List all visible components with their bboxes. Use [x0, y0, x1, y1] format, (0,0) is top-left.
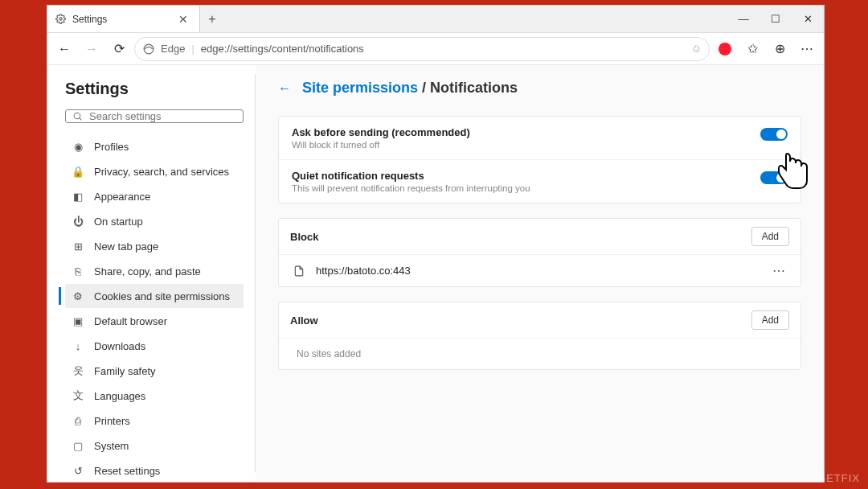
newtab-icon: ⊞ — [72, 240, 84, 253]
block-add-button[interactable]: Add — [751, 227, 789, 246]
maximize-button[interactable]: ☐ — [760, 6, 792, 32]
gear-icon — [55, 14, 66, 24]
printer-icon: ⎙ — [72, 414, 84, 427]
opera-extension-icon[interactable] — [713, 37, 737, 61]
toggle-ask-before-sending[interactable] — [760, 128, 788, 141]
nav-back-button[interactable]: ← — [52, 37, 76, 61]
sidebar-item-cookies[interactable]: ⚙Cookies and site permissions — [65, 284, 244, 308]
setting-desc: Will block if turned off — [292, 140, 760, 150]
appearance-icon: ◧ — [72, 190, 84, 203]
profile-icon: ◉ — [72, 140, 84, 153]
address-url: edge://settings/content/notifications — [201, 43, 364, 55]
sidebar-item-system[interactable]: ▢System — [65, 434, 244, 458]
setting-text: Quiet notification requests This will pr… — [292, 170, 760, 193]
sidebar: Settings ◉Profiles 🔒Privacy, search, and… — [47, 65, 255, 482]
edge-icon — [143, 43, 154, 55]
refresh-button[interactable]: ⟳ — [107, 37, 131, 61]
sidebar-item-family[interactable]: 웃Family safety — [65, 359, 244, 383]
allow-heading: Allow — [290, 314, 318, 327]
sidebar-nav: ◉Profiles 🔒Privacy, search, and services… — [65, 134, 244, 482]
breadcrumb-current: Notifications — [430, 80, 518, 96]
back-arrow-icon[interactable]: ← — [278, 81, 291, 96]
nav-forward-button[interactable]: → — [80, 37, 104, 61]
allow-empty-text: No sites added — [279, 339, 800, 369]
window-controls: — ☐ ✕ — [727, 6, 824, 32]
sidebar-item-newtab[interactable]: ⊞New tab page — [65, 234, 244, 258]
sidebar-item-languages[interactable]: 文Languages — [65, 384, 244, 408]
toggle-quiet-notifications[interactable] — [760, 171, 788, 184]
breadcrumb-link[interactable]: Site permissions — [302, 80, 418, 96]
family-icon: 웃 — [72, 364, 84, 377]
favorite-star-icon[interactable]: ✩ — [692, 43, 701, 55]
sidebar-item-privacy[interactable]: 🔒Privacy, search, and services — [65, 159, 244, 183]
file-icon — [293, 265, 305, 277]
content-area: Settings ◉Profiles 🔒Privacy, search, and… — [47, 65, 824, 482]
toolbar: ← → ⟳ Edge | edge://settings/content/not… — [47, 33, 824, 65]
block-heading: Block — [290, 231, 318, 243]
system-icon: ▢ — [72, 439, 84, 452]
svg-line-3 — [80, 118, 82, 121]
sidebar-item-printers[interactable]: ⎙Printers — [65, 409, 244, 433]
sidebar-item-reset[interactable]: ↺Reset settings — [65, 458, 244, 482]
allow-card: Allow Add No sites added — [278, 302, 801, 370]
lock-icon: 🔒 — [72, 165, 84, 178]
browser-tab[interactable]: Settings ✕ — [47, 6, 200, 32]
search-container[interactable] — [65, 109, 244, 123]
settings-card: Ask before sending (recommended) Will bl… — [278, 116, 801, 203]
block-card: Block Add https://batoto.co:443 ⋯ — [278, 218, 801, 287]
setting-ask-before-sending: Ask before sending (recommended) Will bl… — [279, 117, 800, 160]
page-title: Site permissions / Notifications — [302, 80, 518, 97]
watermark: UGETFIX — [809, 472, 860, 484]
sidebar-item-downloads[interactable]: ↓Downloads — [65, 334, 244, 358]
allow-add-button[interactable]: Add — [751, 310, 789, 330]
sidebar-title: Settings — [65, 80, 244, 98]
setting-text: Ask before sending (recommended) Will bl… — [292, 126, 760, 150]
download-icon: ↓ — [72, 339, 84, 352]
setting-title: Ask before sending (recommended) — [292, 126, 760, 138]
address-bar[interactable]: Edge | edge://settings/content/notificat… — [134, 37, 710, 61]
cookies-icon: ⚙ — [72, 290, 84, 302]
titlebar: Settings ✕ + — ☐ ✕ — [47, 6, 824, 33]
setting-quiet-notifications: Quiet notification requests This will pr… — [279, 160, 800, 203]
page-header: ← Site permissions / Notifications — [278, 80, 801, 97]
breadcrumb-sep: / — [418, 80, 430, 96]
collections-button[interactable]: ⊕ — [768, 37, 792, 61]
tab-title: Settings — [72, 14, 107, 25]
search-icon — [72, 111, 83, 121]
close-tab-button[interactable]: ✕ — [175, 13, 191, 26]
browser-window: Settings ✕ + — ☐ ✕ ← → ⟳ Edge | edge://s… — [47, 5, 825, 483]
blocked-site-url: https://batoto.co:443 — [316, 265, 411, 277]
address-divider: | — [191, 43, 194, 55]
sidebar-item-share[interactable]: ⎘Share, copy, and paste — [65, 259, 244, 283]
language-icon: 文 — [72, 389, 84, 402]
sidebar-item-default-browser[interactable]: ▣Default browser — [65, 309, 244, 333]
main-panel: ← Site permissions / Notifications Ask b… — [256, 65, 824, 482]
favorites-button[interactable]: ✩ — [740, 37, 764, 61]
address-prefix: Edge — [161, 43, 185, 55]
reset-icon: ↺ — [72, 464, 84, 477]
search-input[interactable] — [89, 110, 236, 122]
close-window-button[interactable]: ✕ — [792, 6, 824, 32]
block-header: Block Add — [279, 219, 800, 255]
svg-point-0 — [59, 18, 62, 20]
setting-title: Quiet notification requests — [292, 170, 760, 182]
svg-point-2 — [74, 113, 80, 119]
menu-button[interactable]: ⋯ — [795, 37, 819, 61]
browser-icon: ▣ — [72, 314, 84, 327]
sidebar-item-appearance[interactable]: ◧Appearance — [65, 184, 244, 208]
allow-header: Allow Add — [279, 302, 800, 339]
share-icon: ⎘ — [72, 265, 84, 277]
blocked-site-row[interactable]: https://batoto.co:443 ⋯ — [279, 255, 800, 286]
sidebar-item-startup[interactable]: ⏻On startup — [65, 209, 244, 233]
setting-desc: This will prevent notification requests … — [292, 183, 760, 193]
minimize-button[interactable]: — — [727, 6, 760, 32]
new-tab-button[interactable]: + — [200, 6, 224, 32]
power-icon: ⏻ — [72, 215, 84, 228]
site-more-button[interactable]: ⋯ — [772, 263, 786, 278]
sidebar-item-profiles[interactable]: ◉Profiles — [65, 134, 244, 158]
